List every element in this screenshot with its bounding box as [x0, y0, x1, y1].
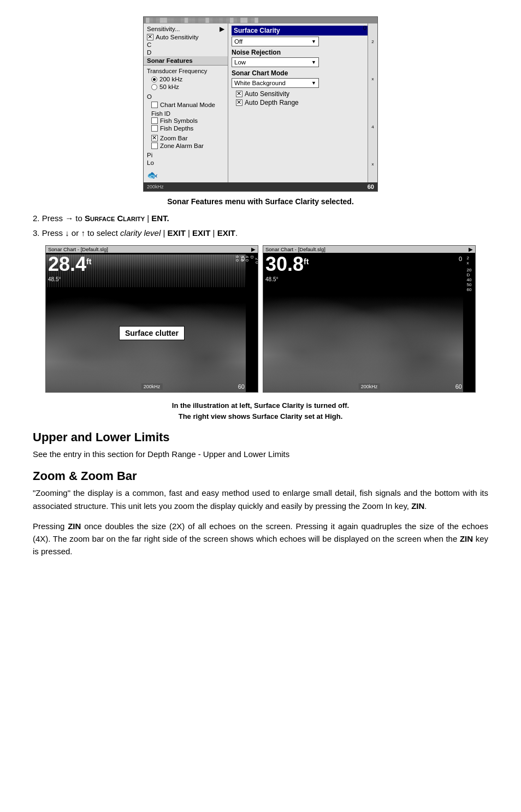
sonar-features-menu: ▓▒░▒▓▓▒▒░░▒▓▒▒░▒▒▓▒░░▒░▒▓▒░▓▓░▒▓ Sensiti… — [143, 16, 378, 192]
sonar-right-unit: ft — [304, 254, 309, 265]
sonar-right-depth-value: 30.8 — [265, 253, 304, 275]
image-caption-line1: In the illustration at left, Surface Cla… — [33, 400, 488, 411]
chart-manual-checkbox — [151, 102, 158, 108]
menu-screenshot: ▓▒░▒▓▓▒▒░░▒▓▒▒░▒▒▓▒░░▒░▒▓▒░▓▓░▒▓ Sensiti… — [33, 16, 488, 192]
sonar-chart-arrow: ▼ — [311, 80, 316, 86]
zin-label-2: ZIN — [68, 521, 81, 531]
auto-depth-row[interactable]: Auto Depth Range — [232, 99, 374, 106]
fish-symbols-row[interactable]: Fish Symbols — [147, 117, 224, 124]
step2-command: Surface Clarity — [85, 214, 145, 223]
sonar-left-arrow: ▶ — [251, 246, 256, 252]
bottom-checkboxes: Chart Manual Mode Fish ID Fish Symbols F… — [144, 100, 228, 151]
right-mark-60: 60 — [467, 287, 472, 292]
noise-rejection-dropdown[interactable]: Low ▼ — [232, 57, 319, 67]
surface-clarity-dropdown[interactable]: Off ▼ — [232, 37, 319, 46]
sonar-left-titlebar: Sonar Chart - [Default.slg] ▶ — [46, 246, 258, 253]
sonar-right-freq: 200kHz — [359, 383, 380, 390]
step3-instruction: 3. Press ↓ or ↑ to select clarity level … — [33, 228, 488, 238]
zoom-2x-top: 2 — [371, 39, 374, 44]
freq-200-label: 200 kHz — [159, 76, 182, 82]
image-caption-line2: The right view shows Surface Clarity set… — [33, 411, 488, 422]
zin-label-1: ZIN — [411, 501, 424, 511]
item-c: C — [144, 41, 228, 49]
surface-clarity-arrow: ▼ — [311, 39, 316, 44]
zoom-bar-checkbox — [151, 135, 158, 141]
image-caption: In the illustration at left, Surface Cla… — [33, 400, 488, 422]
step3-clarity-level: clarity level — [120, 228, 161, 238]
freq-200-radio — [151, 76, 157, 82]
bottom-sixty: 60 — [368, 183, 374, 190]
zin-label-3: ZIN — [460, 534, 473, 543]
item-pi: Pi — [144, 151, 228, 159]
fish-depths-checkbox — [151, 125, 158, 132]
auto-depth-cb — [236, 99, 242, 106]
surface-clutter-label: Surface clutter — [119, 326, 185, 340]
scale-mark-60: 60 — [235, 256, 240, 265]
chart-manual-row[interactable]: Chart Manual Mode — [147, 102, 224, 108]
auto-sensitivity-right: Auto Sensitivity Auto Depth Range — [232, 90, 374, 106]
sonar-chart-dropdown[interactable]: White Background ▼ — [232, 78, 319, 88]
sensitivity-label: Sensitivity... — [147, 26, 180, 32]
sonar-chart-value: White Background — [234, 80, 286, 86]
sonar-right-title: Sonar Chart - [Default.slg] — [265, 246, 325, 252]
item-lo: Lo — [144, 159, 228, 167]
sensitivity-item[interactable]: Sensitivity... ▶ — [144, 25, 228, 33]
zoom-x: x — [372, 76, 374, 81]
auto-sens-label: Auto Sensitivity — [245, 90, 289, 98]
surface-clarity-value: Off — [234, 38, 242, 45]
step3-down: ↓ — [65, 228, 69, 238]
freq-50-radio — [151, 84, 157, 90]
sonar-left-freq: 200kHz — [141, 383, 163, 390]
noise-rejection-label: Noise Rejection — [232, 49, 374, 56]
step3-up: ↑ — [81, 228, 85, 238]
fish-icon-area: 🐟 — [144, 169, 228, 181]
sonar-left-angle: 48.5° — [48, 276, 61, 282]
zoom-bar-label: Zoom Bar — [160, 135, 188, 141]
sonar-right-depth: 30.8ft — [265, 254, 309, 274]
fish-id-label: Fish ID — [147, 110, 224, 117]
step2-ent: ENT. — [151, 214, 169, 223]
scale-mark-40: 40 — [245, 256, 250, 265]
sonar-images-row: Sonar Chart - [Default.slg] ▶ 28.4ft 48.… — [33, 245, 488, 393]
right-mark-2x: 2 — [467, 256, 472, 260]
bottom-freq-label: 200kHz — [147, 184, 164, 189]
right-scale-marks: 2 x 20 D 40 50 60 — [467, 256, 472, 292]
freq-200-row[interactable]: 200 kHz — [147, 76, 224, 82]
item-o: O — [144, 91, 228, 100]
auto-sensitivity-item[interactable]: Auto Sensitivity — [144, 33, 228, 41]
zoom-heading: Zoom & Zoom Bar — [33, 469, 488, 483]
auto-depth-label: Auto Depth Range — [245, 99, 299, 106]
surface-clarity-highlighted[interactable]: Surface Clarity — [232, 26, 374, 35]
transducer-section: Transducer Frequency 200 kHz 50 kHz — [144, 66, 228, 90]
zone-alarm-row[interactable]: Zone Alarm Bar — [147, 143, 224, 149]
noise-rejection-value: Low — [234, 59, 246, 66]
zero-label: 0 — [363, 25, 366, 31]
freq-50-row[interactable]: 50 kHz — [147, 84, 224, 90]
fish-symbols-checkbox — [151, 117, 158, 124]
menu-left-panel: Sensitivity... ▶ Auto Sensitivity C D So… — [144, 23, 228, 182]
freq-50-label: 50 kHz — [159, 84, 179, 90]
scale-mark-20: 20 — [254, 258, 259, 265]
zoom-bar-row[interactable]: Zoom Bar — [147, 135, 224, 141]
signal-content: ▓▒░▒▓▓▒▒░░▒▓▒▒░▒▒▓▒░░▒░▒▓▒░▓▓░▒▓ — [146, 17, 258, 23]
sonar-left-scale-bar: 7 x 20 D 40 50 60 — [246, 254, 258, 392]
auto-sensitivity-label: Auto Sensitivity — [156, 34, 199, 40]
step3-exit3: EXIT — [217, 228, 235, 238]
signal-bar: ▓▒░▒▓▓▒▒░░▒▓▒▒░▒▒▓▒░░▒░▒▓▒░▓▓░▒▓ — [144, 17, 377, 23]
scale-mark-d: D — [250, 256, 254, 265]
right-mark-d: D — [467, 272, 472, 277]
step3-exit1: EXIT — [168, 228, 186, 238]
fish-depths-label: Fish Depths — [160, 125, 193, 132]
sonar-left-sixty: 60 — [238, 383, 245, 390]
step2-arrow: → — [65, 214, 73, 223]
right-zoom-bar: 2 x 4 x — [368, 23, 377, 182]
chart-manual-label: Chart Manual Mode — [160, 102, 215, 108]
zoom-para2: Pressing ZIN once doubles the size (2X) … — [33, 520, 488, 558]
upper-lower-heading: Upper and Lower Limits — [33, 430, 488, 444]
auto-sensitivity-right-row[interactable]: Auto Sensitivity — [232, 90, 374, 98]
fish-symbols-label: Fish Symbols — [160, 117, 198, 124]
sonar-left-unit: ft — [86, 254, 91, 265]
zoom-4x: 4 — [371, 125, 374, 129]
sonar-right-sixty: 60 — [455, 383, 462, 390]
fish-depths-row[interactable]: Fish Depths — [147, 125, 224, 132]
